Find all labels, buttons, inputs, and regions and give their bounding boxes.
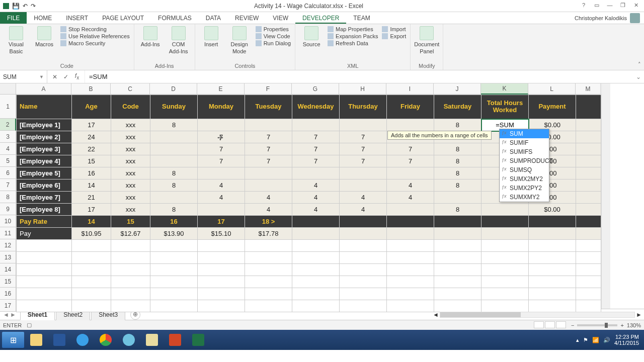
cell[interactable] (292, 240, 340, 252)
col-header-I[interactable]: I (386, 83, 434, 95)
cell[interactable] (150, 288, 198, 300)
cell[interactable] (576, 143, 601, 155)
cell[interactable]: 21 (72, 192, 111, 204)
cell[interactable] (434, 240, 481, 252)
cell[interactable]: [Employee 8] (17, 204, 72, 216)
cell[interactable] (150, 155, 198, 167)
cell[interactable] (245, 179, 292, 192)
cell[interactable] (387, 228, 434, 240)
cell[interactable] (340, 288, 387, 300)
row-header-7[interactable]: 7 (0, 179, 16, 191)
cell[interactable] (340, 300, 387, 312)
cell[interactable] (387, 288, 434, 300)
cell[interactable] (111, 264, 150, 276)
col-header-G[interactable]: G (292, 83, 339, 95)
row-header-15[interactable]: 15 (0, 276, 16, 288)
cell[interactable]: 4 (340, 204, 387, 216)
taskbar-app-icon[interactable] (118, 332, 140, 348)
col-header-K[interactable]: K (481, 83, 528, 95)
cell[interactable]: 8 (150, 179, 198, 192)
cell[interactable] (576, 95, 601, 119)
cell[interactable] (340, 228, 387, 240)
cell[interactable] (576, 167, 601, 179)
cell[interactable]: 8 (150, 204, 198, 216)
cell[interactable] (198, 119, 245, 131)
collapse-ribbon-icon[interactable]: ˄ (638, 61, 641, 68)
autocomplete-item[interactable]: SUMPRODUCT (500, 156, 549, 165)
view-buttons[interactable] (533, 321, 566, 329)
ribbon-tab-home[interactable]: HOME (27, 12, 59, 24)
cells-area[interactable]: NameAgeCodeSundayMondayTuesdayWednesdayT… (16, 95, 601, 312)
cell[interactable] (150, 143, 198, 155)
cell[interactable]: 7 (387, 143, 434, 155)
cell[interactable]: $15.10 (198, 228, 245, 240)
cell[interactable] (481, 252, 529, 264)
taskbar-powerpoint-icon[interactable] (164, 332, 186, 348)
cell[interactable] (17, 264, 72, 276)
cell[interactable]: $17.78 (245, 228, 292, 240)
enter-formula-icon[interactable]: ✓ (62, 73, 69, 80)
cell[interactable] (150, 240, 198, 252)
ribbon-item[interactable]: Macro Security (60, 40, 130, 46)
cell[interactable] (340, 179, 387, 192)
cell[interactable]: 8 (434, 143, 481, 155)
ribbon-button[interactable]: Add-Ins (138, 26, 163, 47)
cell[interactable] (529, 216, 576, 228)
ribbon-button[interactable]: Insert (199, 26, 223, 47)
cell[interactable]: 8 (150, 167, 198, 179)
cell[interactable]: Age (72, 95, 111, 119)
cell[interactable] (72, 240, 111, 252)
cell[interactable] (481, 276, 529, 288)
cell[interactable] (111, 276, 150, 288)
cell[interactable] (387, 204, 434, 216)
cell[interactable]: 7 (198, 143, 245, 155)
minimize-icon[interactable]: — (605, 2, 615, 10)
cell[interactable]: xxx (111, 143, 150, 155)
cell[interactable] (387, 300, 434, 312)
cell[interactable]: 7 (387, 155, 434, 167)
cell[interactable] (198, 264, 245, 276)
cell[interactable] (529, 300, 576, 312)
taskbar-explorer-icon[interactable] (25, 332, 47, 348)
cell[interactable]: $10.95 (72, 228, 111, 240)
cell[interactable]: 24 (72, 131, 111, 143)
ribbon-tab-insert[interactable]: INSERT (59, 12, 95, 24)
cell[interactable] (292, 288, 340, 300)
taskbar-ie-icon[interactable] (71, 332, 94, 348)
cell[interactable]: [Employee 6] (17, 179, 72, 192)
autocomplete-item[interactable]: SUMXMY2 (500, 193, 549, 202)
tray-volume-icon[interactable]: 🔊 (603, 337, 610, 343)
cell[interactable]: 4 (387, 192, 434, 204)
row-header-4[interactable]: 4 (0, 143, 16, 155)
cell[interactable] (150, 264, 198, 276)
cell[interactable] (17, 252, 72, 264)
cell[interactable] (529, 240, 576, 252)
cell[interactable]: Pay (17, 228, 72, 240)
cell[interactable] (198, 204, 245, 216)
cell[interactable] (150, 131, 198, 143)
cell[interactable]: Friday (387, 95, 434, 119)
col-header-B[interactable]: B (71, 83, 111, 95)
taskbar-chrome-icon[interactable] (95, 332, 117, 348)
cell[interactable]: $0.00 (529, 204, 576, 216)
ribbon-button[interactable]: Source (299, 26, 324, 47)
cell[interactable] (434, 192, 481, 204)
cell[interactable]: [Employee 5] (17, 167, 72, 179)
cell[interactable]: 18 > (245, 216, 292, 228)
cell[interactable] (292, 228, 340, 240)
cell[interactable]: Sunday (150, 95, 198, 119)
cell[interactable] (198, 276, 245, 288)
row-header-12[interactable]: 12 (0, 239, 16, 251)
cell[interactable] (434, 288, 481, 300)
cell[interactable] (434, 216, 481, 228)
cell[interactable] (292, 216, 340, 228)
ribbon-item[interactable]: Use Relative References (60, 33, 130, 39)
cell[interactable] (529, 228, 576, 240)
cell[interactable]: [Employee 2] (17, 131, 72, 143)
cell[interactable] (434, 300, 481, 312)
row-header-16[interactable]: 16 (0, 288, 16, 300)
cell[interactable]: 17 (72, 204, 111, 216)
cell[interactable] (292, 276, 340, 288)
cell[interactable]: 7 (340, 155, 387, 167)
cell[interactable] (111, 300, 150, 312)
